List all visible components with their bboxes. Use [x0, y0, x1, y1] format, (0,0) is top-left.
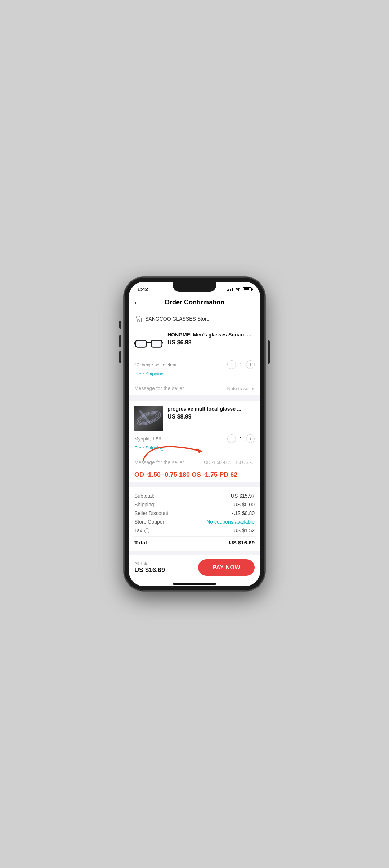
- product-item-2: progresive multifocal glasse ... US $8.9…: [129, 401, 260, 455]
- tax-info-icon[interactable]: i: [144, 528, 149, 533]
- store-section-2: progresive multifocal glasse ... US $8.9…: [129, 401, 260, 482]
- free-shipping-2: Free Shipping: [134, 445, 255, 451]
- product-name-1: HONGMEI Men's glasses Square ...: [167, 331, 255, 338]
- volume-up-button: [119, 335, 121, 347]
- lens-rings-svg: [135, 406, 163, 431]
- product-row-1: HONGMEI Men's glasses Square ... US $6.9…: [134, 331, 255, 357]
- total-label: Total: [134, 539, 147, 546]
- message-placeholder-1: Note to seller: [227, 386, 255, 391]
- all-total-amount: US $16.69: [134, 566, 165, 574]
- bottom-padding: [129, 551, 260, 554]
- store-icon: [134, 315, 142, 322]
- store-name: SANGCOO GLASSES Store: [145, 316, 209, 322]
- subtotal-label: Subtotal:: [134, 493, 154, 499]
- product-variant-1: C1 beige white clear: [134, 362, 177, 367]
- volume-down-button: [119, 351, 121, 363]
- store-header: SANGCOO GLASSES Store: [129, 311, 260, 327]
- quantity-control-2: − 1 +: [227, 434, 255, 443]
- svg-rect-4: [136, 340, 146, 347]
- message-label-1: Message for the seller: [134, 385, 184, 391]
- price-summary: Subtotal: US $15.97 Shipping: US $0.00 S…: [129, 487, 260, 551]
- subtotal-value: US $15.97: [231, 493, 255, 499]
- qty-minus-1[interactable]: −: [227, 360, 236, 369]
- bottom-bar: All Total: US $16.69 PAY NOW: [129, 555, 260, 580]
- home-indicator: [129, 580, 260, 586]
- store-section: SANGCOO GLASSES Store: [129, 311, 260, 395]
- store-coupon-row: Store Coupon: No coupons available: [134, 517, 255, 526]
- seller-discount-label: Seller Discount:: [134, 510, 170, 516]
- tax-label: Tax i: [134, 528, 149, 533]
- product-price-1: US $6.98: [167, 339, 255, 346]
- battery-icon: [243, 287, 252, 291]
- tax-row: Tax i US $1.52: [134, 526, 255, 535]
- seller-discount-value: -US $0.80: [232, 510, 255, 516]
- mute-button: [119, 321, 121, 329]
- seller-discount-row: Seller Discount: -US $0.80: [134, 509, 255, 517]
- product-image-1: [134, 331, 163, 357]
- scroll-content[interactable]: SANGCOO GLASSES Store: [129, 311, 260, 555]
- qty-num-2: 1: [240, 436, 242, 442]
- shipping-label: Shipping:: [134, 502, 155, 507]
- product-row-2: progresive multifocal glasse ... US $8.9…: [134, 406, 255, 431]
- all-total-section: All Total: US $16.69: [134, 561, 165, 574]
- product-item-1: HONGMEI Men's glasses Square ... US $6.9…: [129, 327, 260, 381]
- tax-value: US $1.52: [234, 528, 255, 533]
- product-variant-2: Myopia, 1.56: [134, 436, 161, 442]
- shipping-row: Shipping: US $0.00: [134, 500, 255, 509]
- shipping-value: US $0.00: [234, 502, 255, 507]
- store-coupon-label: Store Coupon:: [134, 519, 167, 525]
- free-shipping-1: Free Shipping: [134, 371, 255, 376]
- status-icons: [227, 287, 252, 291]
- notch: [173, 282, 216, 292]
- product-image-2: [134, 406, 163, 431]
- section-divider-1: [129, 398, 260, 401]
- page-title: Order Confirmation: [165, 299, 224, 306]
- total-value: US $16.69: [229, 539, 255, 546]
- product-info-1: HONGMEI Men's glasses Square ... US $6.9…: [167, 331, 255, 357]
- qty-plus-1[interactable]: +: [246, 360, 255, 369]
- variant-row-1: C1 beige white clear − 1 +: [134, 360, 255, 369]
- product-name-2: progresive multifocal glasse ...: [167, 406, 255, 412]
- total-row: Total US $16.69: [134, 536, 255, 547]
- glasses-svg: [134, 335, 163, 353]
- wifi-icon: [235, 287, 241, 291]
- product-info-2: progresive multifocal glasse ... US $8.9…: [167, 406, 255, 431]
- section-divider-2: [129, 484, 260, 487]
- message-row-2[interactable]: Message for the seller OD -1.50 -0.75 18…: [129, 455, 260, 470]
- message-value-2: OD -1.50 -0.75 180 OS -...: [204, 460, 255, 465]
- quantity-control-1: − 1 +: [227, 360, 255, 369]
- annotation-overlay: Message for the seller OD -1.50 -0.75 18…: [129, 455, 260, 470]
- all-total-label: All Total:: [134, 561, 165, 566]
- subtotal-row: Subtotal: US $15.97: [134, 492, 255, 500]
- coupon-link[interactable]: No coupons available: [206, 519, 255, 525]
- qty-num-1: 1: [240, 362, 242, 367]
- variant-row-2: Myopia, 1.56 − 1 +: [134, 434, 255, 443]
- qty-minus-2[interactable]: −: [227, 434, 236, 443]
- svg-rect-0: [135, 318, 142, 322]
- product-price-2: US $8.99: [167, 413, 255, 420]
- power-button: [268, 340, 270, 364]
- svg-rect-1: [137, 320, 139, 322]
- annotation-text: OD -1.50 -0.75 180 OS -1.75 PD 62: [129, 470, 260, 482]
- signal-icon: [227, 287, 233, 291]
- pay-now-button[interactable]: PAY NOW: [198, 559, 255, 576]
- message-row-1[interactable]: Message for the seller Note to seller: [129, 381, 260, 395]
- phone-screen: 1:42: [129, 282, 260, 586]
- phone-frame: 1:42: [124, 277, 265, 591]
- back-button[interactable]: ‹: [134, 298, 137, 307]
- qty-plus-2[interactable]: +: [246, 434, 255, 443]
- lens-img: [134, 406, 163, 431]
- home-bar: [173, 583, 216, 585]
- svg-rect-5: [151, 340, 162, 347]
- message-label-2: Message for the seller: [134, 460, 184, 465]
- status-time: 1:42: [137, 286, 148, 292]
- app-header: ‹ Order Confirmation: [129, 294, 260, 311]
